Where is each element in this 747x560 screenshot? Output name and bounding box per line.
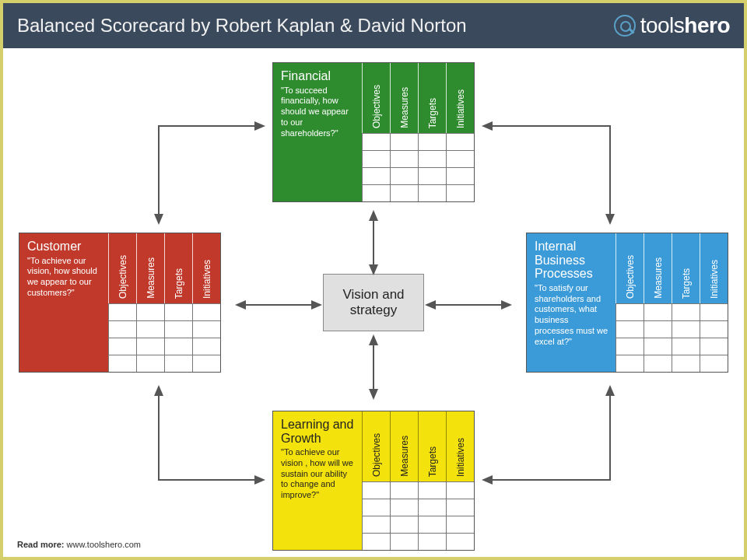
col-header: Objectives xyxy=(371,85,382,128)
col-header: Initiatives xyxy=(455,438,466,477)
col-header: Objectives xyxy=(625,255,636,299)
center-label: Vision and strategy xyxy=(324,287,423,318)
read-more-url: www.toolshero.com xyxy=(67,540,141,549)
customer-title: Customer xyxy=(27,240,102,254)
page-title: Balanced Scorecard by Robert Kaplan & Da… xyxy=(17,15,467,37)
col-header: Objectives xyxy=(117,255,128,299)
quadrant-customer: Customer "To achieve our vision, how sho… xyxy=(19,233,221,373)
col-header: Initiatives xyxy=(455,89,466,128)
read-more-label: Read more: xyxy=(17,540,65,549)
header-bar: Balanced Scorecard by Robert Kaplan & Da… xyxy=(3,3,744,48)
brand-logo: toolshero xyxy=(614,13,730,38)
col-header: Measures xyxy=(146,257,156,299)
col-header: Targets xyxy=(427,446,438,477)
internal-title: Internal Business Processes xyxy=(535,240,609,281)
brand-logo-text: toolshero xyxy=(640,13,730,38)
financial-grid: Objectives Measures Targets Initiatives xyxy=(362,63,474,201)
col-header: Objectives xyxy=(371,433,382,477)
col-header: Measures xyxy=(399,436,410,477)
financial-title: Financial xyxy=(281,69,356,83)
quadrant-financial: Financial "To succeed financially, how s… xyxy=(272,62,475,202)
col-header: Measures xyxy=(653,257,664,299)
col-header: Targets xyxy=(681,268,692,299)
quadrant-learning: Learning and Growth "To achieve our visi… xyxy=(272,411,475,551)
financial-text: Financial "To succeed financially, how s… xyxy=(273,63,362,201)
learning-text: Learning and Growth "To achieve our visi… xyxy=(273,411,362,550)
learning-grid: Objectives Measures Targets Initiatives xyxy=(362,411,474,550)
magnifier-gear-icon xyxy=(614,15,636,37)
col-header: Targets xyxy=(427,98,438,128)
quadrant-internal: Internal Business Processes "To satisfy … xyxy=(526,233,728,373)
learning-title: Learning and Growth xyxy=(281,418,356,445)
customer-question: "To achieve our vision, how should we ap… xyxy=(27,256,102,299)
read-more: Read more: www.toolshero.com xyxy=(17,540,141,549)
page-frame: Balanced Scorecard by Robert Kaplan & Da… xyxy=(0,0,747,560)
col-header: Targets xyxy=(174,268,184,299)
customer-text: Customer "To achieve our vision, how sho… xyxy=(19,233,108,372)
customer-grid: Objectives Measures Targets Initiatives xyxy=(108,233,220,372)
diagram-canvas: Vision and strategy Financial "To succee… xyxy=(3,48,744,557)
col-header: Initiatives xyxy=(202,260,212,299)
col-header: Initiatives xyxy=(709,260,720,299)
col-header: Measures xyxy=(399,87,410,128)
internal-grid: Objectives Measures Targets Initiatives xyxy=(615,233,728,372)
financial-question: "To succeed financially, how should we a… xyxy=(281,86,356,139)
center-vision-box: Vision and strategy xyxy=(323,274,424,331)
internal-text: Internal Business Processes "To satisfy … xyxy=(527,233,615,372)
learning-question: "To achieve our vision , how will we sus… xyxy=(281,447,356,501)
internal-question: "To satisfy our shareholders and custome… xyxy=(535,283,609,348)
